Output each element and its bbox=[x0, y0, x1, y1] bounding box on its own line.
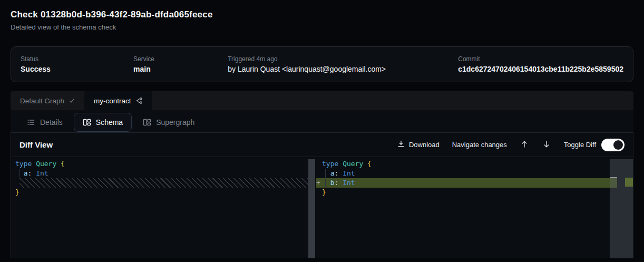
download-label: Download bbox=[409, 141, 440, 149]
navigate-changes-label: Navigate changes bbox=[452, 141, 507, 149]
indent-guide bbox=[325, 169, 326, 178]
diff-editor: type Query { a: Int} type Query { a: Int… bbox=[11, 157, 633, 258]
code-line: type Query { bbox=[316, 159, 633, 169]
tab-schema[interactable]: Schema bbox=[74, 113, 132, 132]
diff-controls: Download Navigate changes Toggle Diff bbox=[397, 139, 625, 151]
code-line: a: Int bbox=[11, 169, 315, 178]
diff-editor-original[interactable]: type Query { a: Int} bbox=[11, 159, 315, 258]
summary-triggered: Triggered 4m ago by Laurin Quast <laurin… bbox=[228, 55, 458, 73]
code-line: } bbox=[11, 188, 315, 197]
triggered-value: by Laurin Quast <laurinquast@googlemail.… bbox=[228, 65, 458, 73]
summary-service: Service main bbox=[133, 55, 228, 73]
view-tab-label: Details bbox=[40, 118, 63, 127]
diff-filler-line bbox=[11, 178, 315, 188]
right-scrollbar[interactable] bbox=[610, 159, 633, 258]
status-label: Status bbox=[21, 55, 133, 63]
graph-tab-label: Default Graph bbox=[20, 97, 64, 105]
diff-panel: Diff View Download Navigate changes bbox=[11, 132, 633, 258]
left-scrollbar[interactable] bbox=[308, 159, 315, 258]
triggered-label: Triggered 4m ago bbox=[228, 55, 458, 63]
graph-tabs: Default Graph my-contract bbox=[11, 91, 633, 110]
commit-value: c1dc62724702406154013cbe11b225b2e5859502 bbox=[458, 65, 623, 73]
tab-my-contract[interactable]: my-contract bbox=[84, 91, 152, 110]
summary-status: Status Success bbox=[21, 55, 133, 73]
columns-icon bbox=[143, 118, 151, 127]
summary-commit: Commit c1dc62724702406154013cbe11b225b2e… bbox=[458, 55, 623, 73]
contract-icon bbox=[135, 97, 143, 104]
page-subtitle: Detailed view of the schema check bbox=[11, 23, 633, 31]
code-line: } bbox=[316, 188, 633, 197]
scrollbar-thumb-edge bbox=[610, 177, 617, 178]
previous-change-button[interactable] bbox=[520, 140, 529, 150]
download-button[interactable]: Download bbox=[397, 140, 440, 149]
diff-hatch-pattern bbox=[19, 178, 308, 188]
tab-default-graph[interactable]: Default Graph bbox=[11, 91, 84, 110]
added-line-marker: + bbox=[316, 178, 320, 188]
view-tabs: Details Schema Supergraph bbox=[11, 110, 633, 132]
list-icon bbox=[27, 118, 35, 127]
toggle-diff-switch[interactable] bbox=[601, 139, 625, 151]
view-tab-label: Supergraph bbox=[156, 118, 194, 127]
arrow-up-icon bbox=[521, 140, 528, 150]
added-change-overview-marker bbox=[625, 178, 633, 187]
code-line: a: Int bbox=[316, 169, 633, 178]
status-value: Success bbox=[21, 65, 133, 73]
toggle-diff-group: Toggle Diff bbox=[564, 139, 625, 151]
columns-icon bbox=[83, 118, 91, 127]
service-label: Service bbox=[133, 55, 228, 63]
page-title: Check 01328b0d-b396-43f2-89ab-dfda065fee… bbox=[11, 9, 633, 20]
graph-tab-label: my-contract bbox=[94, 97, 131, 105]
contract-tab-content: Details Schema Supergraph bbox=[11, 110, 633, 258]
code-line: + b: Int bbox=[316, 178, 633, 188]
view-tab-label: Schema bbox=[96, 118, 123, 127]
navigate-changes-button[interactable]: Navigate changes bbox=[452, 141, 507, 149]
diff-header: Diff View Download Navigate changes bbox=[11, 133, 633, 157]
page-header: Check 01328b0d-b396-43f2-89ab-dfda065fee… bbox=[0, 0, 644, 31]
diff-view-title: Diff View bbox=[19, 140, 53, 149]
code-line: type Query { bbox=[11, 159, 315, 169]
check-summary-card: Status Success Service main Triggered 4m… bbox=[11, 46, 633, 82]
indent-guide bbox=[19, 169, 20, 178]
arrow-down-icon bbox=[543, 140, 550, 150]
tab-details[interactable]: Details bbox=[20, 113, 70, 132]
switch-knob bbox=[613, 140, 623, 150]
commit-label: Commit bbox=[458, 55, 623, 63]
toggle-diff-label: Toggle Diff bbox=[564, 141, 596, 149]
next-change-button[interactable] bbox=[542, 140, 551, 150]
diff-editor-modified[interactable]: type Query { a: Int+ b: Int} bbox=[316, 159, 633, 258]
download-icon bbox=[397, 140, 405, 149]
tab-supergraph[interactable]: Supergraph bbox=[136, 113, 201, 132]
service-value: main bbox=[133, 65, 228, 73]
indent-guide bbox=[325, 179, 326, 187]
check-icon bbox=[69, 98, 75, 104]
